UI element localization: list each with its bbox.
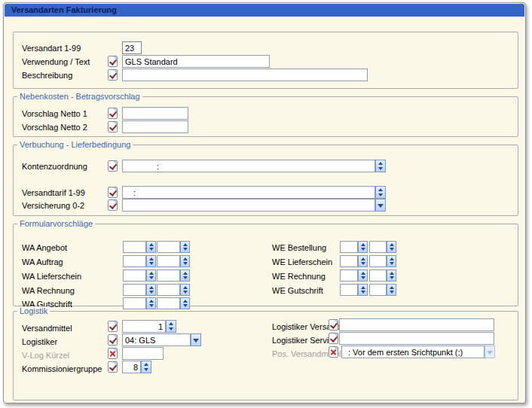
versandmittel-label: Versandmittel	[22, 324, 72, 333]
beschreibung-active-checkbox[interactable]	[108, 69, 118, 81]
kommissioniergruppe-active-checkbox[interactable]	[108, 361, 118, 373]
versandmittel-active-checkbox[interactable]	[108, 321, 118, 332]
versandtarif-active-checkbox[interactable]	[108, 187, 118, 198]
netto2-active-checkbox[interactable]	[108, 121, 118, 132]
netto2-label: Vorschlag Netto 2	[22, 123, 87, 132]
verwendung-text-input[interactable]	[122, 55, 270, 68]
pos-versandmittel-kz-inactive-checkbox[interactable]	[329, 346, 338, 358]
wa-rechnung-label: WA Rechnung	[22, 286, 75, 295]
kommissioniergruppe-label: Kommissioniergruppe	[22, 364, 102, 373]
verwendung-label: Verwendung / Text	[22, 57, 90, 66]
we-lieferschein-form2-spinner[interactable]	[387, 255, 396, 267]
window-titlebar: Versandarten Fakturierung	[5, 4, 524, 17]
we-bestellung-form1-spinner[interactable]	[358, 241, 368, 253]
beschreibung-input[interactable]	[122, 69, 368, 81]
verwendung-active-checkbox[interactable]	[108, 56, 118, 67]
versandmittel-spinner-button[interactable]	[166, 320, 176, 333]
wa-lieferschein-form1-spinner[interactable]	[146, 269, 156, 282]
wa-rechnung-form1-input[interactable]	[123, 284, 146, 296]
versicherung-label: Versicherung 0-2	[22, 201, 84, 210]
logistiker-service-active-checkbox[interactable]	[329, 333, 338, 344]
kommissioniergruppe-spinner-button[interactable]	[141, 361, 151, 373]
verbuchung-legend: Verbuchung - Lieferbedingung	[17, 140, 133, 149]
logistik-legend: Logistik	[17, 306, 50, 315]
vlog-kuerzel-input[interactable]	[122, 347, 164, 360]
wa-angebot-label: WA Angebot	[22, 243, 67, 252]
window-title: Versandarten Fakturierung	[5, 4, 524, 17]
we-bestellung-label: WE Bestellung	[272, 243, 326, 252]
we-gutschrift-form1-spinner[interactable]	[358, 284, 368, 296]
wa-lieferschein-form2-input[interactable]	[157, 269, 180, 282]
logistiker-service-label: Logistiker Service	[272, 336, 338, 345]
netto2-input[interactable]	[122, 120, 188, 133]
wa-lieferschein-form2-spinner[interactable]	[180, 269, 190, 282]
versicherung-dropdown-input[interactable]	[122, 199, 375, 212]
kontenzuordnung-active-checkbox[interactable]	[108, 160, 118, 172]
vlog-kuerzel-inactive-checkbox[interactable]	[108, 348, 118, 359]
groupbox-formulare: Formularvorschläge WA Angebot WA Auftrag…	[13, 224, 518, 306]
logistiker-versandart-active-checkbox[interactable]	[329, 319, 338, 330]
we-lieferschein-form1-spinner[interactable]	[358, 255, 368, 267]
wa-gutschrift-form2-input[interactable]	[157, 297, 180, 309]
wa-lieferschein-label: WA Lieferschein	[22, 272, 81, 281]
we-gutschrift-form2-input[interactable]	[369, 284, 387, 296]
we-rechnung-form2-spinner[interactable]	[387, 269, 396, 282]
versandtarif-combo-input[interactable]	[122, 186, 375, 199]
groupbox-nebenkosten: Nebenkosten - Betragsvorschlag Vorschlag…	[13, 96, 518, 137]
we-bestellung-form2-input[interactable]	[369, 241, 387, 253]
wa-auftrag-form1-input[interactable]	[123, 255, 146, 267]
wa-angebot-form1-spinner[interactable]	[146, 241, 156, 253]
we-bestellung-form1-input[interactable]	[340, 241, 358, 253]
kommissioniergruppe-spin-input[interactable]	[122, 361, 141, 373]
versandarten-window: Versandarten Fakturierung Versandart 1-9…	[3, 2, 526, 403]
wa-auftrag-form2-input[interactable]	[157, 255, 180, 267]
we-gutschrift-label: WE Gutschrift	[272, 286, 323, 295]
nebenkosten-legend: Nebenkosten - Betragsvorschlag	[17, 92, 142, 101]
kontenzuordnung-combo-input[interactable]	[122, 160, 375, 172]
we-rechnung-form1-input[interactable]	[340, 269, 358, 282]
wa-rechnung-form2-spinner[interactable]	[180, 284, 190, 296]
wa-angebot-form1-input[interactable]	[123, 241, 146, 253]
we-lieferschein-form1-input[interactable]	[340, 255, 358, 267]
wa-rechnung-form2-input[interactable]	[157, 284, 180, 296]
wa-auftrag-label: WA Auftrag	[22, 257, 63, 266]
versandmittel-spin-input[interactable]	[122, 320, 166, 333]
wa-auftrag-form2-spinner[interactable]	[180, 255, 190, 267]
netto1-active-checkbox[interactable]	[108, 108, 118, 119]
logistiker-label: Logistiker	[22, 337, 57, 346]
logistiker-dropdown-input[interactable]	[122, 333, 191, 346]
versicherung-active-checkbox[interactable]	[108, 199, 118, 211]
we-rechnung-form2-input[interactable]	[369, 269, 387, 282]
kontenzuordnung-spinner-button[interactable]	[375, 160, 386, 172]
netto1-input[interactable]	[122, 107, 188, 120]
pos-versandmittel-kz-dropdown-button	[485, 346, 495, 358]
formulare-legend: Formularvorschläge	[17, 219, 95, 228]
wa-angebot-form2-input[interactable]	[157, 241, 180, 253]
logistiker-versandart-input[interactable]	[339, 318, 494, 331]
wa-gutschrift-form1-input[interactable]	[123, 297, 146, 309]
netto1-label: Vorschlag Netto 1	[22, 109, 87, 118]
wa-gutschrift-form1-spinner[interactable]	[146, 297, 156, 309]
logistiker-active-checkbox[interactable]	[108, 334, 118, 346]
we-gutschrift-form1-input[interactable]	[340, 284, 358, 296]
we-rechnung-label: WE Rechnung	[272, 272, 326, 281]
pos-versandmittel-kz-dropdown-input[interactable]	[341, 346, 485, 358]
wa-angebot-form2-spinner[interactable]	[180, 241, 190, 253]
we-lieferschein-label: WE Lieferschein	[272, 257, 332, 266]
wa-lieferschein-form1-input[interactable]	[123, 269, 146, 282]
wa-rechnung-form1-spinner[interactable]	[146, 284, 156, 296]
logistiker-dropdown-button[interactable]	[191, 333, 201, 346]
we-lieferschein-form2-input[interactable]	[369, 255, 387, 267]
logistiker-service-input[interactable]	[339, 332, 494, 345]
versandtarif-label: Versandtarif 1-99	[22, 188, 85, 197]
we-bestellung-form2-spinner[interactable]	[387, 241, 396, 253]
versicherung-dropdown-button[interactable]	[375, 199, 386, 212]
we-rechnung-form1-spinner[interactable]	[358, 269, 368, 282]
vlog-kuerzel-label: V-Log Kürzel	[22, 351, 69, 360]
versandtarif-spinner-button[interactable]	[375, 186, 386, 199]
versandart-label: Versandart 1-99	[22, 44, 81, 53]
wa-gutschrift-form2-spinner[interactable]	[180, 297, 190, 309]
we-gutschrift-form2-spinner[interactable]	[387, 284, 396, 296]
versandart-number-field[interactable]	[122, 41, 142, 54]
wa-auftrag-form1-spinner[interactable]	[146, 255, 156, 267]
